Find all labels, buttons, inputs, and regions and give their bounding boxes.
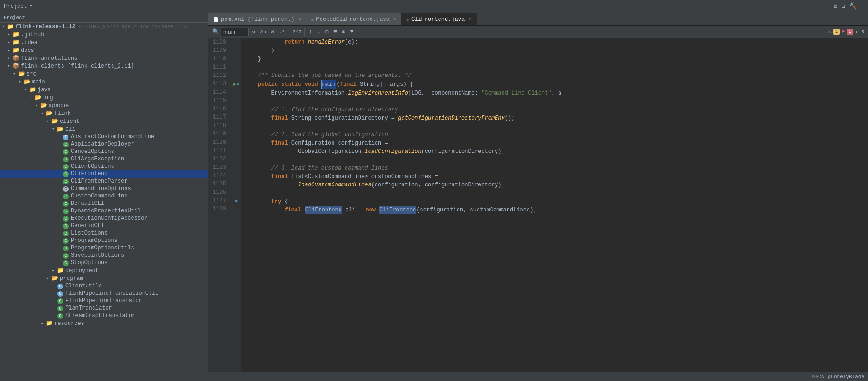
tree-item-flink-clients[interactable]: ▾📦flink-clients [flink-clients_2.11] — [0, 62, 208, 70]
tree-label-apache: apache — [49, 102, 69, 109]
tree-item-ProgramOptionsUtils[interactable]: CProgramOptionsUtils — [0, 244, 208, 252]
token: handleError — [308, 38, 345, 46]
token: static — [281, 80, 301, 89]
tree-item-ApplicationDeployer[interactable]: CApplicationDeployer — [0, 140, 208, 148]
tree-item-flink-annotations[interactable]: ▸📦flink-annotations — [0, 54, 208, 62]
tab-close-pom[interactable]: × — [298, 17, 301, 22]
token: CliFrontend — [305, 206, 342, 214]
tree-item-CliArgsException[interactable]: CCliArgsException — [0, 155, 208, 163]
error-icon: ⚑ — [842, 28, 845, 35]
sidebar-tree[interactable]: ▾📁flink-release-1.12 D:\IDEA_workplace\f… — [0, 23, 208, 372]
tree-icon-FlinkPipelineTranslationUtil: C — [57, 290, 64, 297]
word-btn[interactable]: W — [270, 29, 276, 35]
tree-item-src[interactable]: ▾📂src — [0, 70, 208, 78]
tree-label-DynamicPropertiesUtil: DynamicPropertiesUtil — [71, 208, 141, 214]
project-dropdown[interactable]: Project — [4, 3, 27, 10]
warning-count[interactable]: 1 — [833, 29, 840, 35]
tree-item-flink-release[interactable]: ▾📁flink-release-1.12 D:\IDEA_workplace\f… — [0, 23, 208, 31]
tree-item-deployment[interactable]: ▸📁deployment — [0, 267, 208, 274]
tree-label-PlanTranslator: PlanTranslator — [65, 305, 112, 311]
token: List<CustomCommandLine> customCommandLin… — [288, 172, 438, 181]
code-area[interactable]: return handleError(e); } } /** Submits t… — [241, 38, 868, 372]
tree-item-idea[interactable]: ▸📁.idea — [0, 38, 208, 46]
regex-btn[interactable]: .* — [277, 29, 286, 35]
token: (configurationDirectory); — [421, 147, 505, 156]
tree-item-java[interactable]: ▾📁java — [0, 86, 208, 94]
tree-item-org[interactable]: ▾📂org — [0, 94, 208, 102]
prev-result-btn[interactable]: ↑ — [308, 28, 314, 36]
tree-item-CancelOptions[interactable]: CCancelOptions — [0, 148, 208, 155]
run-arrow-1113[interactable]: ▶ — [233, 81, 236, 88]
tree-item-ClientUtils[interactable]: CClientUtils — [0, 282, 208, 290]
bookmark-1127[interactable]: ◈ — [235, 198, 238, 203]
tree-item-flink[interactable]: ▾📂flink — [0, 109, 208, 117]
tree-label-ProgramOptions: ProgramOptions — [71, 237, 118, 244]
token: cli = — [342, 206, 365, 214]
token: loadCustomCommandLines — [298, 181, 371, 189]
tab-close-mocked[interactable]: × — [394, 17, 396, 22]
tree-item-SavepointOptions[interactable]: CSavepointOptions — [0, 252, 208, 259]
expand-btn[interactable]: ⊡ — [324, 28, 330, 36]
pin-btn[interactable]: ⊕ — [340, 28, 347, 36]
highlight-btn[interactable]: ≡ — [332, 28, 339, 36]
layout-icon[interactable]: ⊟ — [841, 2, 845, 10]
tree-item-StopOptions[interactable]: CStopOptions — [0, 259, 208, 267]
tree-icon-CliArgsException: C — [62, 156, 69, 162]
gutter-1120 — [232, 138, 241, 146]
tree-item-cli[interactable]: ▾📂cli — [0, 125, 208, 133]
tree-item-FlinkPipelineTranslationUtil[interactable]: CFlinkPipelineTranslationUtil — [0, 290, 208, 297]
tab-clifrontend[interactable]: ☕CliFrontend.java× — [402, 13, 477, 25]
tab-mocked[interactable]: ☕MockedCliFrontend.java× — [306, 13, 401, 25]
token — [245, 55, 258, 63]
tree-icon-DynamicPropertiesUtil: C — [62, 208, 69, 214]
tree-item-CommandLineOptions[interactable]: CCommandLineOptions — [0, 185, 208, 192]
tab-pom[interactable]: 📄pom.xml (flink-parent)× — [208, 13, 306, 25]
build-icon[interactable]: 🔨 — [849, 2, 857, 10]
line-num-1119: 1119 — [212, 130, 228, 138]
token — [245, 106, 271, 114]
tree-item-FlinkPipelineTranslator[interactable]: CFlinkPipelineTranslator — [0, 297, 208, 305]
bookmark-1113[interactable]: ◈ — [237, 81, 239, 87]
tree-item-ClientOptions[interactable]: CClientOptions — [0, 163, 208, 170]
tree-item-ListOptions[interactable]: CListOptions — [0, 229, 208, 237]
code-line-1120: final Configuration configuration = — [245, 139, 868, 147]
tree-label-DefaultCLI: DefaultCLI — [71, 200, 104, 207]
next-result-btn[interactable]: ↓ — [315, 28, 322, 36]
search-input[interactable] — [221, 28, 249, 36]
tree-item-StreamGraphTranslator[interactable]: CStreamGraphTranslator — [0, 312, 208, 319]
tab-label-mocked: MockedCliFrontend.java — [316, 16, 389, 23]
tab-close-clifrontend[interactable]: × — [469, 17, 472, 22]
tree-item-main[interactable]: ▾📂main — [0, 78, 208, 86]
filter-btn[interactable]: ▼ — [349, 28, 355, 36]
tree-item-apache[interactable]: ▾📂apache — [0, 102, 208, 109]
tree-item-CustomCommandLine[interactable]: CCustomCommandLine — [0, 192, 208, 200]
tree-item-DefaultCLI[interactable]: CDefaultCLI — [0, 200, 208, 207]
tree-item-PlanTranslator[interactable]: CPlanTranslator — [0, 305, 208, 312]
tree-item-GenericCLI[interactable]: CGenericCLI — [0, 222, 208, 229]
tree-label-main: main — [32, 79, 45, 85]
editor-content[interactable]: 1108110911101111111211131114111511161117… — [208, 38, 868, 372]
tree-label-src: src — [26, 71, 37, 77]
line-num-1126: 1126 — [212, 188, 228, 197]
code-line-1118 — [245, 122, 868, 131]
tree-item-ProgramOptions[interactable]: CProgramOptions — [0, 237, 208, 244]
minimize-icon[interactable]: − — [861, 3, 864, 10]
tree-item-AbstractCustomCommandLine[interactable]: IAbstractCustomCommandLine — [0, 133, 208, 140]
tree-item-DynamicPropertiesUtil[interactable]: CDynamicPropertiesUtil — [0, 207, 208, 215]
toolbar-divider-2 — [304, 28, 305, 36]
tree-item-docs[interactable]: ▸📁docs — [0, 46, 208, 54]
clear-search-btn[interactable]: ✕ — [251, 28, 257, 36]
tree-item-github[interactable]: ▸📁.github — [0, 31, 208, 38]
tree-item-resources[interactable]: ▸📁resources — [0, 319, 208, 327]
token — [245, 197, 271, 206]
settings-icon[interactable]: ⚙ — [834, 2, 837, 10]
tree-item-ExecutionConfigAccessor[interactable]: CExecutionConfigAccessor — [0, 215, 208, 222]
tree-item-CliFrontend[interactable]: CCliFrontend — [0, 170, 208, 178]
match-case-btn[interactable]: Aa — [259, 29, 268, 35]
tree-item-program[interactable]: ▾📂program — [0, 274, 208, 282]
token: String configurationDirectory = — [288, 114, 398, 122]
tree-item-client[interactable]: ▾📂client — [0, 117, 208, 125]
tree-item-CliFrontendParser[interactable]: CCliFrontendParser — [0, 178, 208, 185]
tree-icon-client: 📂 — [51, 118, 58, 125]
error-count[interactable]: 1 — [847, 29, 853, 35]
